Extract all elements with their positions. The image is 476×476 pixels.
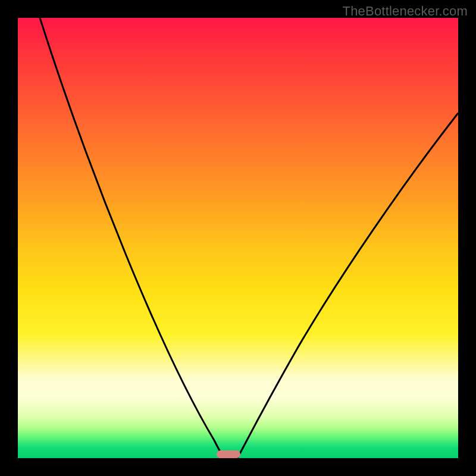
curve-right-branch (237, 113, 458, 458)
plot-area (18, 18, 458, 458)
optimal-marker (217, 450, 240, 458)
curve-left-branch (40, 18, 224, 458)
bottleneck-curve (18, 18, 458, 458)
chart-frame: TheBottlenecker.com (0, 0, 476, 476)
watermark-text: TheBottlenecker.com (343, 4, 468, 19)
